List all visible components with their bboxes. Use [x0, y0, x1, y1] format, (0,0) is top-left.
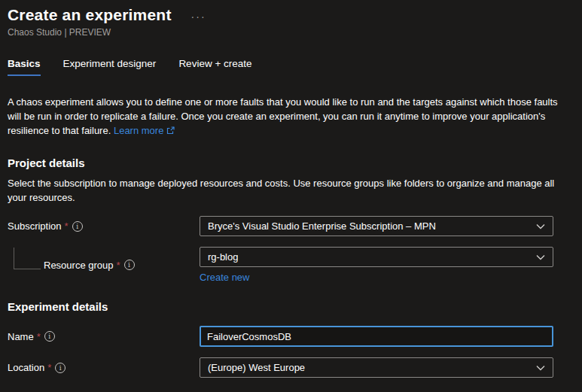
wizard-tabs: Basics Experiment designer Review + crea…	[8, 58, 561, 76]
experiment-details-heading: Experiment details	[8, 300, 561, 313]
subscription-control: Bryce's Visual Studio Enterprise Subscri…	[200, 216, 553, 236]
info-icon[interactable]	[72, 221, 83, 232]
resource-group-label-group: Resource group *	[8, 260, 200, 271]
info-icon[interactable]	[124, 260, 135, 270]
chevron-down-icon	[536, 362, 545, 373]
subscription-row: Subscription * Bryce's Visual Studio Ent…	[8, 216, 561, 236]
location-value: (Europe) West Europe	[208, 362, 305, 373]
name-input[interactable]	[200, 326, 553, 347]
intro-paragraph: A chaos experiment allows you to define …	[8, 95, 566, 139]
tab-basics[interactable]: Basics	[8, 58, 41, 76]
resource-group-dropdown[interactable]: rg-blog	[200, 247, 553, 267]
location-row: Location * (Europe) West Europe	[8, 357, 561, 378]
required-asterisk: *	[117, 260, 120, 271]
resource-group-control: rg-blog Create new	[200, 247, 553, 283]
create-experiment-page: Create an experiment ··· Chaos Studio | …	[0, 0, 582, 378]
resource-group-row: Resource group * rg-blog Create new	[8, 247, 561, 283]
name-control	[200, 326, 553, 347]
create-new-link[interactable]: Create new	[200, 272, 249, 283]
tree-connector	[14, 248, 41, 269]
resource-group-value: rg-blog	[208, 251, 238, 263]
learn-more-label: Learn more	[114, 125, 163, 136]
name-label-group: Name *	[8, 331, 200, 342]
tab-experiment-designer[interactable]: Experiment designer	[63, 58, 157, 76]
name-row: Name *	[8, 326, 561, 347]
page-subtitle: Chaos Studio | PREVIEW	[8, 27, 561, 38]
external-link-icon	[166, 125, 175, 139]
location-control: (Europe) West Europe	[200, 357, 553, 378]
learn-more-link[interactable]: Learn more	[114, 125, 175, 136]
info-icon[interactable]	[55, 363, 66, 373]
chevron-down-icon	[536, 220, 545, 232]
subscription-label: Subscription	[8, 220, 62, 232]
subscription-label-group: Subscription *	[8, 220, 200, 232]
intro-text: A chaos experiment allows you to define …	[8, 96, 558, 136]
chevron-down-icon	[536, 251, 545, 263]
subscription-value: Bryce's Visual Studio Enterprise Subscri…	[208, 220, 436, 232]
location-dropdown[interactable]: (Europe) West Europe	[200, 357, 553, 378]
location-label-group: Location *	[8, 362, 200, 373]
tab-review-create[interactable]: Review + create	[178, 58, 251, 76]
required-asterisk: *	[37, 331, 41, 342]
project-details-heading: Project details	[8, 156, 561, 169]
required-asterisk: *	[47, 362, 51, 373]
required-asterisk: *	[65, 220, 69, 232]
page-title: Create an experiment	[8, 6, 172, 24]
subscription-dropdown[interactable]: Bryce's Visual Studio Enterprise Subscri…	[200, 216, 553, 236]
location-label: Location	[8, 362, 44, 373]
resource-group-label: Resource group	[44, 260, 114, 271]
name-label: Name	[8, 331, 34, 342]
more-actions-ellipsis-icon[interactable]: ···	[191, 11, 206, 23]
info-icon[interactable]	[44, 331, 55, 342]
project-details-description: Select the subscription to manage deploy…	[8, 176, 565, 205]
page-header: Create an experiment ···	[8, 6, 561, 24]
